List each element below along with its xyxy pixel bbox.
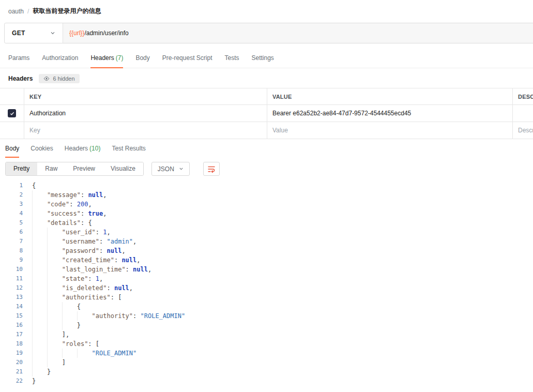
- code-line: 8"password": null,: [5, 246, 533, 255]
- line-number: 3: [5, 200, 23, 209]
- url-variable: {{url}}: [69, 29, 84, 37]
- line-number: 7: [5, 237, 23, 246]
- code-line: 3"code": 200,: [5, 200, 533, 209]
- tab-label: Headers: [65, 145, 88, 152]
- row-checkbox-cell: [0, 105, 24, 122]
- hidden-headers-toggle[interactable]: 6 hidden: [39, 74, 79, 83]
- response-tab-headers[interactable]: Headers(10): [65, 140, 101, 158]
- tab-label: Headers: [90, 54, 114, 62]
- view-pretty-button[interactable]: Pretty: [6, 162, 37, 175]
- breadcrumb-request-name: 获取当前登录用户的信息: [33, 7, 101, 16]
- code-text: "roles": [: [32, 339, 99, 349]
- new-description-input[interactable]: Description: [513, 122, 533, 139]
- tab-body[interactable]: Body: [135, 49, 149, 68]
- tab-label: Body: [5, 145, 19, 152]
- header-value-cell[interactable]: Bearer e62a52b2-ae84-47d7-9572-4544455ec…: [267, 105, 513, 122]
- line-number: 21: [5, 367, 23, 376]
- view-raw-button[interactable]: Raw: [37, 162, 65, 175]
- wrap-text-button[interactable]: [203, 162, 220, 176]
- code-text: "code": 200,: [32, 200, 92, 209]
- method-select[interactable]: GET: [5, 23, 63, 43]
- tab-count: (7): [116, 54, 124, 62]
- code-text: "password": null,: [32, 246, 126, 255]
- code-text: ]: [32, 358, 66, 367]
- breadcrumb-folder[interactable]: oauth: [8, 8, 24, 15]
- tab-pre-request-script[interactable]: Pre-request Script: [162, 49, 212, 68]
- code-line: 17],: [5, 330, 533, 339]
- code-text: "username": "admin",: [32, 237, 136, 246]
- code-text: "authorities": [: [32, 293, 121, 302]
- row-checkbox[interactable]: [8, 109, 16, 117]
- line-number: 20: [5, 358, 23, 367]
- tab-settings[interactable]: Settings: [252, 49, 274, 68]
- code-text: "authority": "ROLE_ADMIN": [32, 311, 185, 321]
- tab-authorization[interactable]: Authorization: [42, 49, 78, 68]
- line-number: 6: [5, 228, 23, 237]
- tab-count: (10): [89, 145, 100, 152]
- line-number: 11: [5, 274, 23, 283]
- eye-icon: [43, 76, 50, 82]
- headers-section-title: Headers: [8, 75, 33, 82]
- new-key-input[interactable]: Key: [24, 122, 267, 139]
- tab-headers[interactable]: Headers(7): [90, 49, 123, 68]
- line-number: 4: [5, 209, 23, 218]
- tab-label: Settings: [252, 54, 274, 62]
- url-input[interactable]: {{url}}/admin/user/info: [63, 23, 533, 43]
- response-tab-test-results[interactable]: Test Results: [112, 140, 145, 158]
- new-value-input[interactable]: Value: [267, 122, 513, 139]
- code-text: "created_time": null,: [32, 255, 141, 265]
- tab-label: Test Results: [112, 145, 145, 152]
- code-line: 16}: [5, 321, 533, 330]
- language-select[interactable]: JSON: [151, 162, 190, 176]
- code-text: }: [32, 376, 36, 386]
- breadcrumb: oauth / 获取当前登录用户的信息: [0, 0, 533, 20]
- response-tab-cookies[interactable]: Cookies: [31, 140, 53, 158]
- tab-label: Pre-request Script: [162, 54, 212, 62]
- response-tab-body[interactable]: Body: [5, 140, 19, 158]
- line-number: 22: [5, 376, 23, 386]
- header-description-cell[interactable]: [513, 105, 533, 122]
- url-control: GET {{url}}/admin/user/info: [4, 23, 533, 43]
- line-number: 9: [5, 255, 23, 265]
- column-header-description: DESCRIPTION: [513, 88, 533, 105]
- code-text: "state": 1,: [32, 274, 103, 283]
- tab-params[interactable]: Params: [8, 49, 29, 68]
- response-toolbar: Pretty Raw Preview Visualize JSON: [5, 162, 533, 176]
- row-checkbox-cell: [0, 122, 24, 139]
- code-text: }: [32, 321, 81, 330]
- view-visualize-button[interactable]: Visualize: [103, 162, 143, 175]
- line-number: 2: [5, 190, 23, 200]
- code-text: "last_login_time": null,: [32, 265, 151, 274]
- code-line: 15"authority": "ROLE_ADMIN": [5, 311, 533, 321]
- tab-label: Params: [8, 54, 29, 62]
- line-number: 10: [5, 265, 23, 274]
- response-code: 1{2"message": null,3"code": 200,4"succes…: [5, 181, 533, 386]
- code-line: 5"details": {: [5, 218, 533, 228]
- code-line: 4"success": true,: [5, 209, 533, 218]
- code-line: 7"username": "admin",: [5, 237, 533, 246]
- table-header-row: KEY VALUE DESCRIPTION: [0, 88, 533, 105]
- headers-section-header: Headers 6 hidden: [0, 68, 533, 88]
- tab-label: Cookies: [31, 145, 53, 152]
- code-line: 9"created_time": null,: [5, 255, 533, 265]
- code-text: }: [32, 367, 51, 376]
- column-header-key: KEY: [24, 88, 267, 105]
- line-number: 1: [5, 181, 23, 190]
- line-number: 16: [5, 321, 23, 330]
- line-number: 13: [5, 293, 23, 302]
- table-row: Authorization Bearer e62a52b2-ae84-47d7-…: [0, 105, 533, 122]
- line-number: 17: [5, 330, 23, 339]
- code-line: 19"ROLE_ADMIN": [5, 349, 533, 358]
- table-row-empty: Key Value Description: [0, 122, 533, 139]
- url-path: /admin/user/info: [84, 29, 128, 37]
- line-number: 18: [5, 339, 23, 349]
- header-key-cell[interactable]: Authorization: [24, 105, 267, 122]
- column-header-value: VALUE: [267, 88, 513, 105]
- view-preview-button[interactable]: Preview: [65, 162, 103, 175]
- code-text: "is_deleted": null,: [32, 283, 133, 293]
- check-icon: [9, 111, 15, 116]
- tab-tests[interactable]: Tests: [224, 49, 239, 68]
- code-text: "user_id": 1,: [32, 228, 111, 237]
- tab-label: Authorization: [42, 54, 78, 62]
- code-text: {: [32, 302, 81, 311]
